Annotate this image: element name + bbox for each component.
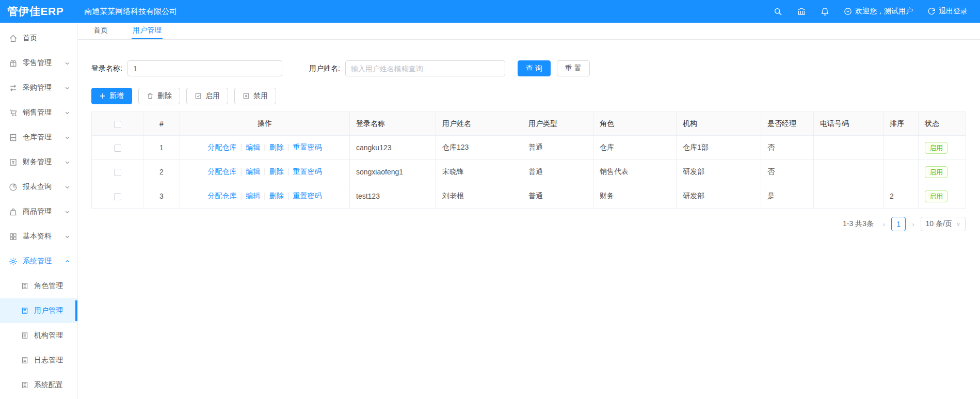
row-checkbox[interactable] (114, 193, 121, 200)
sidebar-item-label: 系统管理 (23, 257, 65, 266)
user-circle-icon (844, 7, 852, 15)
warehouse-icon (9, 133, 18, 142)
action-link-重置密码[interactable]: 重置密码 (293, 191, 322, 200)
user-menu[interactable]: 欢迎您，测试用户 (844, 7, 913, 16)
app-logo: 管伊佳ERP (0, 4, 71, 19)
action-link-分配仓库[interactable]: 分配仓库 (208, 167, 237, 175)
page-size-select[interactable]: 10 条/页 ∨ (921, 217, 966, 231)
sidebar-item-首页[interactable]: 首页 (0, 26, 77, 51)
user-table: #操作登录名称用户姓名用户类型角色机构是否经理电话号码排序状态 1分配仓库|编辑… (91, 111, 966, 209)
cell-login: cangku123 (350, 136, 436, 160)
sidebar-item-财务管理[interactable]: 财务管理 (0, 150, 77, 174)
sidebar-item-仓库管理[interactable]: 仓库管理 (0, 125, 77, 150)
sidebar-item-系统配置[interactable]: 系统配置 (0, 373, 77, 397)
cell-sort (883, 136, 919, 160)
action-link-删除[interactable]: 删除 (269, 143, 284, 151)
cell-actions: 分配仓库|编辑|删除|重置密码 (180, 184, 350, 209)
company-name: 南通某某网络科技有限公司 (84, 7, 177, 17)
table-row: 1分配仓库|编辑|删除|重置密码cangku123仓库123普通仓库仓库1部否启… (92, 136, 966, 160)
sidebar-item-系统管理[interactable]: 系统管理 (0, 249, 77, 274)
column-header-是否经理: 是否经理 (761, 112, 814, 136)
bank-icon[interactable] (797, 7, 806, 16)
row-checkbox[interactable] (114, 145, 121, 152)
next-page-button[interactable]: › (911, 220, 915, 228)
sidebar-item-零售管理[interactable]: 零售管理 (0, 51, 77, 75)
sidebar-item-机构管理[interactable]: 机构管理 (0, 323, 77, 348)
sidebar: 首页零售管理采购管理销售管理仓库管理财务管理报表查询商品管理基本资料系统管理角色… (0, 23, 78, 399)
tab-用户管理[interactable]: 用户管理 (132, 23, 163, 39)
action-link-删除[interactable]: 删除 (269, 167, 284, 175)
cell-manager: 是 (761, 184, 814, 209)
cell-org: 研发部 (677, 160, 761, 184)
column-header-操作: 操作 (180, 112, 350, 136)
sidebar-item-销售管理[interactable]: 销售管理 (0, 100, 77, 125)
column-header-#: # (143, 112, 180, 136)
status-badge: 启用 (925, 190, 947, 202)
table-row: 2分配仓库|编辑|删除|重置密码songxiaofeng1宋晓锋普通销售代表研发… (92, 160, 966, 184)
sidebar-item-商品管理[interactable]: 商品管理 (0, 199, 77, 224)
column-header-用户类型: 用户类型 (522, 112, 593, 136)
cell-index: 3 (143, 184, 180, 209)
status-badge: 启用 (925, 142, 947, 154)
action-link-重置密码[interactable]: 重置密码 (293, 143, 322, 151)
chevron-down-icon (65, 85, 70, 91)
user-name-input[interactable] (345, 60, 505, 76)
tab-首页[interactable]: 首页 (92, 23, 109, 39)
cell-type: 普通 (522, 184, 593, 209)
add-button[interactable]: 新增 (91, 88, 132, 104)
action-link-编辑[interactable]: 编辑 (246, 191, 260, 200)
cell-role: 销售代表 (593, 160, 677, 184)
prev-page-button[interactable]: ‹ (882, 220, 886, 228)
bell-icon[interactable] (821, 7, 829, 16)
reset-button[interactable]: 重 置 (557, 60, 590, 76)
cell-role: 财务 (593, 184, 677, 209)
sidebar-item-日志管理[interactable]: 日志管理 (0, 348, 77, 373)
action-link-删除[interactable]: 删除 (269, 191, 284, 200)
chevron-up-icon (65, 259, 70, 264)
cell-status: 启用 (919, 160, 966, 184)
cell-role: 仓库 (593, 136, 677, 160)
cell-name: 仓库123 (436, 136, 522, 160)
logout-button[interactable]: 退出登录 (927, 7, 968, 16)
row-checkbox[interactable] (114, 169, 121, 176)
cell-index: 2 (143, 160, 180, 184)
finance-icon (9, 158, 18, 167)
search-icon[interactable] (774, 7, 782, 16)
chevron-down-icon (65, 159, 70, 165)
cell-manager: 否 (761, 136, 814, 160)
sidebar-item-报表查询[interactable]: 报表查询 (0, 174, 77, 199)
doc-icon (21, 356, 29, 364)
cell-index: 1 (143, 136, 180, 160)
sidebar-item-label: 角色管理 (34, 281, 72, 291)
cell-actions: 分配仓库|编辑|删除|重置密码 (180, 160, 350, 184)
check-square-icon (195, 92, 202, 100)
home-icon (9, 34, 18, 43)
sidebar-item-基本资料[interactable]: 基本资料 (0, 224, 77, 249)
sidebar-item-用户管理[interactable]: 用户管理 (0, 298, 77, 323)
login-name-input[interactable] (127, 60, 282, 76)
action-link-分配仓库[interactable]: 分配仓库 (208, 143, 237, 151)
search-button[interactable]: 查 询 (518, 60, 551, 76)
sales-icon (9, 108, 18, 117)
sidebar-item-label: 零售管理 (23, 58, 65, 68)
select-all-checkbox[interactable] (114, 121, 121, 128)
action-link-分配仓库[interactable]: 分配仓库 (208, 191, 237, 200)
chevron-down-icon (65, 234, 70, 240)
gear-icon (9, 257, 18, 266)
chevron-down-icon (65, 135, 70, 140)
column-header-用户姓名: 用户姓名 (436, 112, 522, 136)
chevron-down-icon: ∨ (956, 221, 960, 228)
sidebar-item-label: 报表查询 (23, 182, 65, 191)
sidebar-item-采购管理[interactable]: 采购管理 (0, 75, 77, 100)
action-link-编辑[interactable]: 编辑 (246, 143, 260, 151)
tab-bar: 首页用户管理 (78, 23, 980, 40)
action-link-编辑[interactable]: 编辑 (246, 167, 260, 175)
action-link-重置密码[interactable]: 重置密码 (293, 167, 322, 175)
enable-button[interactable]: 启用 (186, 88, 228, 104)
page-number-button[interactable]: 1 (891, 217, 906, 231)
cell-phone (814, 160, 883, 184)
disable-button[interactable]: 禁用 (234, 88, 276, 104)
delete-button[interactable]: 删除 (138, 88, 180, 104)
sidebar-item-label: 财务管理 (23, 157, 65, 167)
sidebar-item-角色管理[interactable]: 角色管理 (0, 274, 77, 298)
